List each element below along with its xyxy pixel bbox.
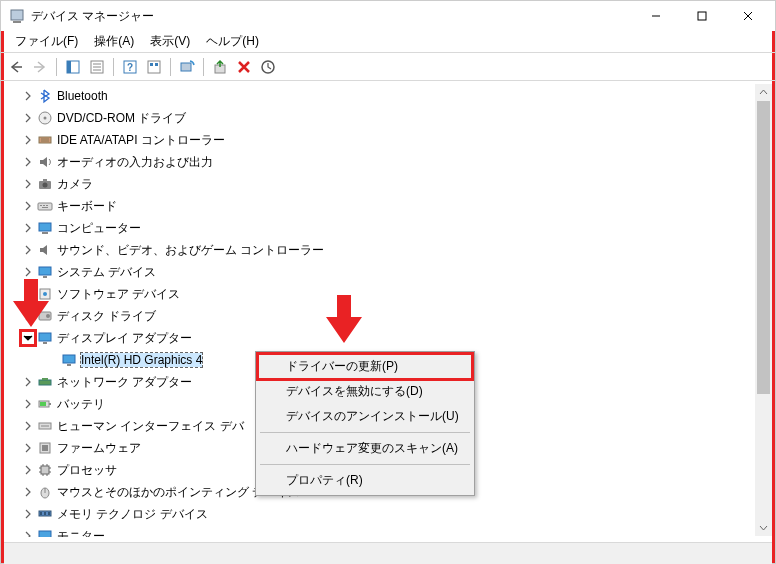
svg-rect-45 xyxy=(49,403,51,405)
hid-icon xyxy=(37,418,53,434)
scroll-up-icon[interactable] xyxy=(755,84,772,101)
node-label: ディスク ドライブ xyxy=(57,308,156,325)
cm-update-driver[interactable]: ドライバーの更新(P) xyxy=(258,354,472,379)
node-disk[interactable]: ディスク ドライブ xyxy=(5,305,775,327)
toolbar-help[interactable]: ? xyxy=(119,56,141,78)
toolbar-scan[interactable] xyxy=(176,56,198,78)
cm-separator xyxy=(260,432,470,433)
ide-icon xyxy=(37,132,53,148)
svg-point-23 xyxy=(43,183,48,188)
chevron-right-icon[interactable] xyxy=(21,287,35,301)
computer-icon xyxy=(37,220,53,236)
toolbar-update-driver[interactable] xyxy=(209,56,231,78)
menu-help[interactable]: ヘルプ(H) xyxy=(198,31,267,52)
processor-icon xyxy=(37,462,53,478)
menu-file[interactable]: ファイル(F) xyxy=(7,31,86,52)
svg-rect-25 xyxy=(38,203,52,210)
node-software[interactable]: ソフトウェア デバイス xyxy=(5,283,775,305)
audio-icon xyxy=(37,154,53,170)
node-camera[interactable]: カメラ xyxy=(5,173,775,195)
svg-rect-24 xyxy=(43,179,47,181)
chevron-right-icon[interactable] xyxy=(21,89,35,103)
node-system[interactable]: システム デバイス xyxy=(5,261,775,283)
node-label: Bluetooth xyxy=(57,89,108,103)
svg-rect-38 xyxy=(39,333,51,341)
node-label: ファームウェア xyxy=(57,440,141,457)
node-keyboard[interactable]: キーボード xyxy=(5,195,775,217)
scroll-down-icon[interactable] xyxy=(755,519,772,536)
node-display[interactable]: ディスプレイ アダプター xyxy=(5,327,775,349)
scroll-thumb[interactable] xyxy=(757,101,770,394)
svg-rect-65 xyxy=(48,512,50,515)
toolbar-uninstall[interactable] xyxy=(233,56,255,78)
svg-rect-31 xyxy=(42,232,48,234)
svg-rect-13 xyxy=(155,63,158,66)
sound-icon xyxy=(37,242,53,258)
chevron-right-icon[interactable] xyxy=(21,199,35,213)
toolbar-show-hide[interactable] xyxy=(62,56,84,78)
node-audio[interactable]: オーディオの入力および出力 xyxy=(5,151,775,173)
node-bluetooth[interactable]: Bluetooth xyxy=(5,85,775,107)
toolbar-properties-sheet[interactable] xyxy=(86,56,108,78)
svg-rect-39 xyxy=(43,342,47,344)
battery-icon xyxy=(37,396,53,412)
chevron-down-icon[interactable] xyxy=(21,331,35,345)
chevron-right-icon[interactable] xyxy=(21,243,35,257)
menu-action[interactable]: 操作(A) xyxy=(86,31,142,52)
firmware-icon xyxy=(37,440,53,456)
node-label: モニター xyxy=(57,528,105,538)
svg-rect-29 xyxy=(42,207,48,208)
node-label: ディスプレイ アダプター xyxy=(57,330,192,347)
menu-view[interactable]: 表示(V) xyxy=(142,31,198,52)
node-dvd[interactable]: DVD/CD-ROM ドライブ xyxy=(5,107,775,129)
toolbar-action[interactable] xyxy=(143,56,165,78)
node-label: IDE ATA/ATAPI コントローラー xyxy=(57,132,225,149)
chevron-right-icon[interactable] xyxy=(21,133,35,147)
display-icon xyxy=(37,330,53,346)
svg-rect-41 xyxy=(67,364,71,366)
monitor-icon xyxy=(37,528,53,537)
chevron-right-icon[interactable] xyxy=(21,177,35,191)
chevron-right-icon[interactable] xyxy=(21,485,35,499)
minimize-button[interactable] xyxy=(633,1,679,31)
chevron-right-icon[interactable] xyxy=(21,529,35,537)
node-label: オーディオの入力および出力 xyxy=(57,154,213,171)
svg-rect-12 xyxy=(150,63,153,66)
svg-rect-0 xyxy=(11,10,23,20)
chevron-right-icon[interactable] xyxy=(21,463,35,477)
node-monitor[interactable]: モニター xyxy=(5,525,775,537)
chevron-right-icon[interactable] xyxy=(21,111,35,125)
chevron-right-icon[interactable] xyxy=(21,265,35,279)
chevron-right-icon[interactable] xyxy=(21,397,35,411)
chevron-right-icon[interactable] xyxy=(21,419,35,433)
cm-disable-device[interactable]: デバイスを無効にする(D) xyxy=(258,379,472,404)
svg-rect-19 xyxy=(39,137,51,143)
svg-rect-46 xyxy=(40,402,46,406)
chevron-right-icon[interactable] xyxy=(21,441,35,455)
toolbar-disable[interactable] xyxy=(257,56,279,78)
svg-rect-43 xyxy=(42,378,48,380)
vertical-scrollbar[interactable] xyxy=(755,84,772,536)
status-bar xyxy=(4,542,772,564)
svg-rect-33 xyxy=(43,276,47,278)
maximize-button[interactable] xyxy=(679,1,725,31)
chevron-right-icon[interactable] xyxy=(21,221,35,235)
node-sound[interactable]: サウンド、ビデオ、およびゲーム コントローラー xyxy=(5,239,775,261)
node-memory[interactable]: メモリ テクノロジ デバイス xyxy=(5,503,775,525)
chevron-right-icon[interactable] xyxy=(21,375,35,389)
toolbar-forward[interactable] xyxy=(29,56,51,78)
chevron-right-icon[interactable] xyxy=(21,155,35,169)
svg-rect-30 xyxy=(39,223,51,231)
svg-rect-11 xyxy=(148,61,160,73)
toolbar-back[interactable] xyxy=(5,56,27,78)
chevron-right-icon[interactable] xyxy=(21,507,35,521)
cm-uninstall-device[interactable]: デバイスのアンインストール(U) xyxy=(258,404,472,429)
node-ide[interactable]: IDE ATA/ATAPI コントローラー xyxy=(5,129,775,151)
chevron-right-icon[interactable] xyxy=(21,309,35,323)
svg-rect-2 xyxy=(698,12,706,20)
close-button[interactable] xyxy=(725,1,771,31)
node-computer[interactable]: コンピューター xyxy=(5,217,775,239)
node-label: システム デバイス xyxy=(57,264,156,281)
cm-scan-hardware[interactable]: ハードウェア変更のスキャン(A) xyxy=(258,436,472,461)
cm-properties[interactable]: プロパティ(R) xyxy=(258,468,472,493)
